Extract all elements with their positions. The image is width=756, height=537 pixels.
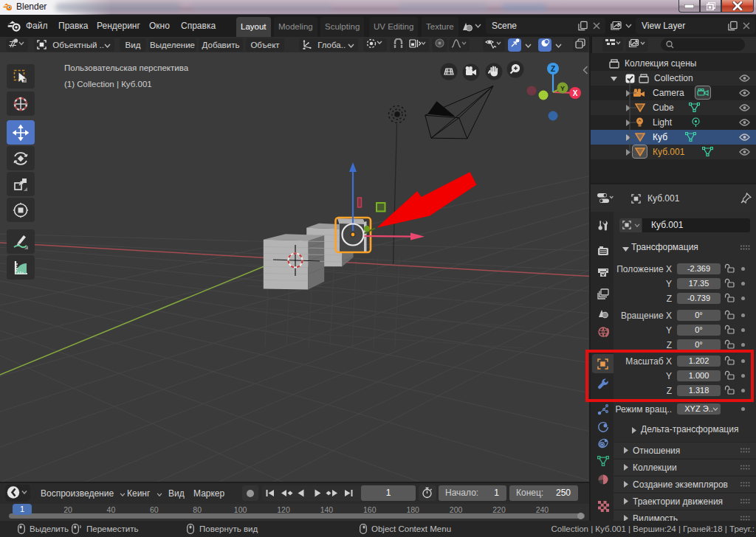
svg-text:Пользовательская перспектива: Пользовательская перспектива (64, 63, 189, 72)
svg-text:Y: Y (560, 85, 565, 92)
svg-text:(1) Collection | Куб.001: (1) Collection | Куб.001 (64, 80, 152, 89)
svg-text:X: X (573, 89, 578, 97)
svg-text:Z: Z (551, 65, 555, 73)
